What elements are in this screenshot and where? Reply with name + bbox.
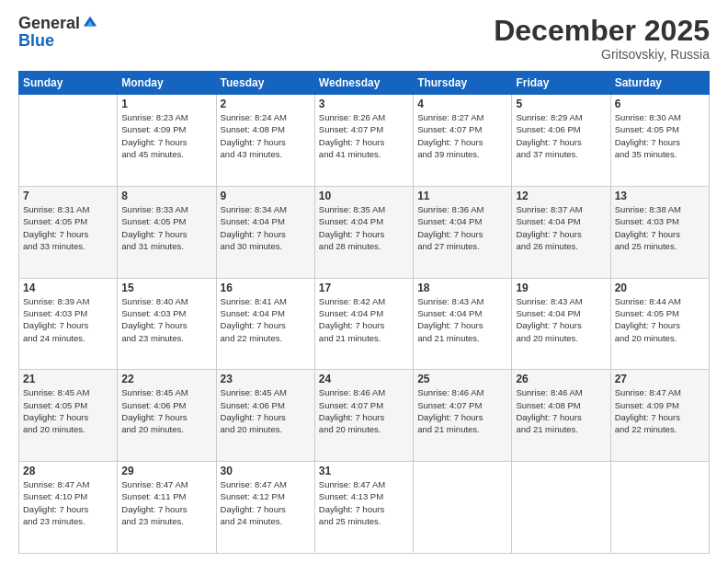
cell-info: Sunrise: 8:43 AMSunset: 4:04 PMDaylight:… (516, 295, 606, 344)
day-number: 25 (417, 373, 507, 385)
cell-info: Sunrise: 8:45 AMSunset: 4:06 PMDaylight:… (121, 386, 211, 435)
table-row: 7Sunrise: 8:31 AMSunset: 4:05 PMDaylight… (19, 186, 118, 278)
cell-info: Sunrise: 8:29 AMSunset: 4:06 PMDaylight:… (516, 111, 606, 160)
cell-info: Sunrise: 8:44 AMSunset: 4:05 PMDaylight:… (615, 295, 705, 344)
day-number: 27 (615, 373, 705, 385)
cell-info: Sunrise: 8:46 AMSunset: 4:07 PMDaylight:… (417, 386, 507, 435)
table-row: 20Sunrise: 8:44 AMSunset: 4:05 PMDayligh… (610, 278, 709, 370)
table-row: 12Sunrise: 8:37 AMSunset: 4:04 PMDayligh… (512, 186, 610, 278)
day-number: 10 (319, 190, 409, 202)
cell-info: Sunrise: 8:46 AMSunset: 4:07 PMDaylight:… (319, 386, 409, 435)
cell-info: Sunrise: 8:30 AMSunset: 4:05 PMDaylight:… (615, 111, 705, 160)
day-number: 7 (23, 190, 113, 202)
col-tuesday: Tuesday (216, 72, 314, 95)
day-number: 31 (319, 465, 409, 477)
calendar-row-3: 21Sunrise: 8:45 AMSunset: 4:05 PMDayligh… (19, 370, 710, 462)
day-number: 3 (319, 98, 409, 110)
table-row: 11Sunrise: 8:36 AMSunset: 4:04 PMDayligh… (414, 186, 512, 278)
table-row: 30Sunrise: 8:47 AMSunset: 4:12 PMDayligh… (216, 462, 314, 554)
cell-info: Sunrise: 8:46 AMSunset: 4:08 PMDaylight:… (516, 386, 606, 435)
table-row: 24Sunrise: 8:46 AMSunset: 4:07 PMDayligh… (314, 370, 413, 462)
calendar-row-1: 7Sunrise: 8:31 AMSunset: 4:05 PMDaylight… (19, 186, 710, 278)
cell-info: Sunrise: 8:23 AMSunset: 4:09 PMDaylight:… (121, 111, 211, 160)
table-row: 28Sunrise: 8:47 AMSunset: 4:10 PMDayligh… (19, 462, 118, 554)
cell-info: Sunrise: 8:43 AMSunset: 4:04 PMDaylight:… (417, 295, 507, 344)
col-sunday: Sunday (19, 72, 118, 95)
cell-info: Sunrise: 8:47 AMSunset: 4:12 PMDaylight:… (221, 478, 311, 527)
day-number: 4 (417, 98, 507, 110)
cell-info: Sunrise: 8:38 AMSunset: 4:03 PMDaylight:… (615, 203, 705, 252)
table-row: 18Sunrise: 8:43 AMSunset: 4:04 PMDayligh… (414, 278, 512, 370)
table-row: 15Sunrise: 8:40 AMSunset: 4:03 PMDayligh… (118, 278, 216, 370)
cell-info: Sunrise: 8:45 AMSunset: 4:05 PMDaylight:… (23, 386, 113, 435)
cell-info: Sunrise: 8:27 AMSunset: 4:07 PMDaylight:… (417, 111, 507, 160)
day-number: 30 (221, 465, 311, 477)
calendar: Sunday Monday Tuesday Wednesday Thursday… (18, 71, 710, 554)
cell-info: Sunrise: 8:34 AMSunset: 4:04 PMDaylight:… (221, 203, 311, 252)
day-number: 1 (121, 98, 211, 110)
logo-blue: Blue (18, 31, 54, 51)
cell-info: Sunrise: 8:26 AMSunset: 4:07 PMDaylight:… (319, 111, 409, 160)
cell-info: Sunrise: 8:33 AMSunset: 4:05 PMDaylight:… (121, 203, 211, 252)
day-number: 14 (23, 282, 113, 294)
page: General Blue December 2025 Gritsovskiy, … (0, 0, 728, 563)
cell-info: Sunrise: 8:41 AMSunset: 4:04 PMDaylight:… (221, 295, 311, 344)
cell-info: Sunrise: 8:36 AMSunset: 4:04 PMDaylight:… (417, 203, 507, 252)
cell-info: Sunrise: 8:24 AMSunset: 4:08 PMDaylight:… (221, 111, 311, 160)
table-row: 19Sunrise: 8:43 AMSunset: 4:04 PMDayligh… (512, 278, 610, 370)
day-number: 24 (319, 373, 409, 385)
day-number: 17 (319, 282, 409, 294)
cell-info: Sunrise: 8:47 AMSunset: 4:09 PMDaylight:… (615, 386, 705, 435)
col-wednesday: Wednesday (314, 72, 413, 95)
col-saturday: Saturday (610, 72, 709, 95)
table-row: 27Sunrise: 8:47 AMSunset: 4:09 PMDayligh… (610, 370, 709, 462)
day-number: 11 (417, 190, 507, 202)
day-number: 20 (615, 282, 705, 294)
table-row: 25Sunrise: 8:46 AMSunset: 4:07 PMDayligh… (414, 370, 512, 462)
cell-info: Sunrise: 8:45 AMSunset: 4:06 PMDaylight:… (221, 386, 311, 435)
table-row: 4Sunrise: 8:27 AMSunset: 4:07 PMDaylight… (414, 95, 512, 187)
location: Gritsovskiy, Russia (494, 47, 710, 62)
table-row: 31Sunrise: 8:47 AMSunset: 4:13 PMDayligh… (314, 462, 413, 554)
cell-info: Sunrise: 8:37 AMSunset: 4:04 PMDaylight:… (516, 203, 606, 252)
col-thursday: Thursday (414, 72, 512, 95)
day-number: 2 (221, 98, 311, 110)
table-row: 3Sunrise: 8:26 AMSunset: 4:07 PMDaylight… (314, 95, 413, 187)
day-number: 12 (516, 190, 606, 202)
table-row: 13Sunrise: 8:38 AMSunset: 4:03 PMDayligh… (610, 186, 709, 278)
table-row: 17Sunrise: 8:42 AMSunset: 4:04 PMDayligh… (314, 278, 413, 370)
table-row: 29Sunrise: 8:47 AMSunset: 4:11 PMDayligh… (118, 462, 216, 554)
title-block: December 2025 Gritsovskiy, Russia (494, 15, 710, 62)
day-number: 23 (221, 373, 311, 385)
day-number: 8 (121, 190, 211, 202)
day-number: 13 (615, 190, 705, 202)
logo-icon (82, 15, 98, 31)
day-number: 18 (417, 282, 507, 294)
month-title: December 2025 (494, 15, 710, 47)
table-row: 10Sunrise: 8:35 AMSunset: 4:04 PMDayligh… (314, 186, 413, 278)
calendar-row-2: 14Sunrise: 8:39 AMSunset: 4:03 PMDayligh… (19, 278, 710, 370)
table-row: 23Sunrise: 8:45 AMSunset: 4:06 PMDayligh… (216, 370, 314, 462)
table-row: 8Sunrise: 8:33 AMSunset: 4:05 PMDaylight… (118, 186, 216, 278)
day-number: 15 (121, 282, 211, 294)
cell-info: Sunrise: 8:31 AMSunset: 4:05 PMDaylight:… (23, 203, 113, 252)
calendar-row-0: 1Sunrise: 8:23 AMSunset: 4:09 PMDaylight… (19, 95, 710, 187)
calendar-header-row: Sunday Monday Tuesday Wednesday Thursday… (19, 72, 710, 95)
table-row: 1Sunrise: 8:23 AMSunset: 4:09 PMDaylight… (118, 95, 216, 187)
calendar-row-4: 28Sunrise: 8:47 AMSunset: 4:10 PMDayligh… (19, 462, 710, 554)
cell-info: Sunrise: 8:39 AMSunset: 4:03 PMDaylight:… (23, 295, 113, 344)
cell-info: Sunrise: 8:35 AMSunset: 4:04 PMDaylight:… (319, 203, 409, 252)
day-number: 6 (615, 98, 705, 110)
table-row (19, 95, 118, 187)
table-row: 26Sunrise: 8:46 AMSunset: 4:08 PMDayligh… (512, 370, 610, 462)
cell-info: Sunrise: 8:42 AMSunset: 4:04 PMDaylight:… (319, 295, 409, 344)
logo: General Blue (18, 15, 98, 51)
table-row: 2Sunrise: 8:24 AMSunset: 4:08 PMDaylight… (216, 95, 314, 187)
day-number: 19 (516, 282, 606, 294)
day-number: 26 (516, 373, 606, 385)
table-row: 16Sunrise: 8:41 AMSunset: 4:04 PMDayligh… (216, 278, 314, 370)
table-row: 21Sunrise: 8:45 AMSunset: 4:05 PMDayligh… (19, 370, 118, 462)
table-row: 9Sunrise: 8:34 AMSunset: 4:04 PMDaylight… (216, 186, 314, 278)
cell-info: Sunrise: 8:47 AMSunset: 4:13 PMDaylight:… (319, 478, 409, 527)
cell-info: Sunrise: 8:40 AMSunset: 4:03 PMDaylight:… (121, 295, 211, 344)
